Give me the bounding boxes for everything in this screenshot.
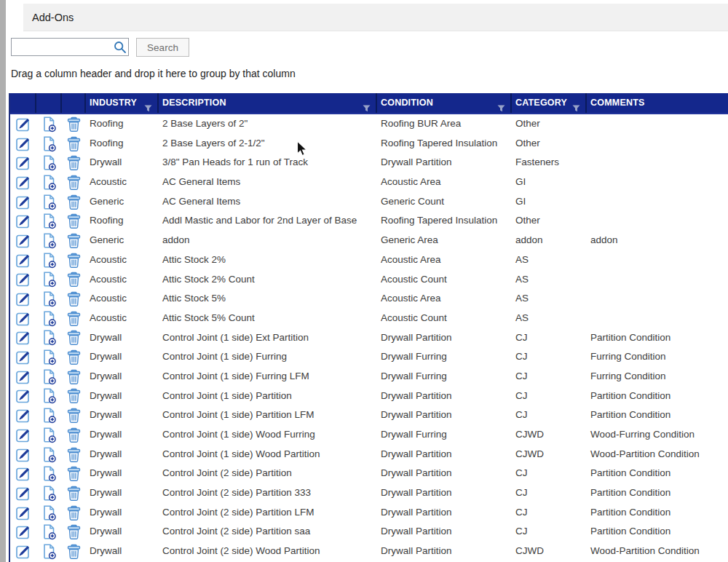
edit-icon[interactable]	[15, 135, 32, 152]
column-header-category[interactable]: CATEGORY	[512, 93, 587, 113]
edit-icon[interactable]	[15, 407, 32, 424]
trash-icon[interactable]	[66, 504, 82, 521]
edit-icon[interactable]	[15, 154, 32, 171]
edit-icon[interactable]	[15, 465, 32, 482]
trash-icon[interactable]	[66, 543, 82, 560]
copy-add-icon[interactable]	[41, 290, 57, 307]
column-header-description[interactable]: DESCRIPTION	[159, 93, 377, 113]
edit-icon[interactable]	[15, 446, 32, 463]
copy-add-icon[interactable]	[41, 446, 57, 463]
table-row[interactable]: DrywallControl Joint (1 side) Partition …	[10, 405, 728, 425]
trash-icon[interactable]	[66, 446, 82, 463]
column-header-industry[interactable]: INDUSTRY	[86, 93, 159, 113]
table-row[interactable]: DrywallControl Joint (1 side) Wood Parti…	[10, 445, 728, 464]
filter-funnel-icon[interactable]	[363, 100, 371, 119]
edit-icon[interactable]	[15, 116, 32, 132]
column-header-comments[interactable]: COMMENTS	[587, 93, 728, 113]
edit-icon[interactable]	[15, 252, 32, 269]
table-row[interactable]: GenericaddonGeneric Areaaddonaddon	[10, 231, 728, 250]
filter-funnel-icon[interactable]	[144, 100, 152, 119]
edit-icon[interactable]	[15, 232, 32, 249]
copy-add-icon[interactable]	[41, 504, 57, 521]
copy-add-icon[interactable]	[41, 329, 57, 346]
trash-icon[interactable]	[66, 427, 82, 443]
group-by-drop-zone[interactable]: Drag a column header and drop it here to…	[11, 68, 296, 79]
copy-add-icon[interactable]	[41, 427, 57, 443]
trash-icon[interactable]	[66, 135, 82, 152]
column-header-condition[interactable]: CONDITION	[377, 93, 512, 113]
trash-icon[interactable]	[66, 465, 82, 482]
edit-icon[interactable]	[15, 427, 32, 443]
copy-add-icon[interactable]	[41, 232, 57, 249]
trash-icon[interactable]	[66, 290, 82, 307]
trash-icon[interactable]	[66, 252, 82, 269]
trash-icon[interactable]	[66, 174, 82, 191]
trash-icon[interactable]	[66, 523, 82, 540]
search-input[interactable]	[11, 38, 129, 56]
table-row[interactable]: RoofingAddl Mastic and Labor for 2nd Lay…	[10, 211, 728, 231]
table-row[interactable]: Drywall3/8" Pan Heads for 1 run of Track…	[10, 153, 728, 173]
trash-icon[interactable]	[66, 329, 82, 346]
edit-icon[interactable]	[15, 194, 32, 210]
table-row[interactable]: AcousticAttic Stock 5%Acoustic AreaAS	[10, 289, 728, 309]
edit-icon[interactable]	[15, 523, 32, 540]
edit-icon[interactable]	[15, 504, 32, 521]
trash-icon[interactable]	[66, 116, 82, 132]
trash-icon[interactable]	[66, 407, 82, 424]
trash-icon[interactable]	[66, 271, 82, 288]
edit-icon[interactable]	[15, 543, 32, 560]
copy-add-icon[interactable]	[41, 543, 57, 560]
copy-add-icon[interactable]	[41, 387, 57, 404]
copy-add-icon[interactable]	[41, 194, 57, 210]
table-row[interactable]: DrywallControl Joint (1 side) Ext Partit…	[10, 328, 728, 348]
trash-icon[interactable]	[66, 387, 82, 404]
edit-icon[interactable]	[15, 310, 32, 327]
copy-add-icon[interactable]	[41, 135, 57, 152]
table-row[interactable]: GenericAC General ItemsGeneric CountGI	[10, 192, 728, 212]
copy-add-icon[interactable]	[41, 116, 57, 132]
edit-icon[interactable]	[15, 387, 32, 404]
table-row[interactable]: AcousticAC General ItemsAcoustic AreaGI	[10, 173, 728, 192]
edit-icon[interactable]	[15, 213, 32, 229]
edit-icon[interactable]	[15, 174, 32, 191]
table-row[interactable]: DrywallControl Joint (1 side) FurringDry…	[10, 347, 728, 367]
trash-icon[interactable]	[66, 154, 82, 171]
edit-icon[interactable]	[15, 290, 32, 307]
edit-icon[interactable]	[15, 329, 32, 346]
table-row[interactable]: DrywallControl Joint (1 side) Furring LF…	[10, 367, 728, 387]
edit-icon[interactable]	[15, 368, 32, 385]
copy-add-icon[interactable]	[41, 213, 57, 229]
copy-add-icon[interactable]	[41, 252, 57, 269]
edit-icon[interactable]	[15, 485, 32, 502]
table-row[interactable]: AcousticAttic Stock 2% CountAcoustic Cou…	[10, 270, 728, 290]
trash-icon[interactable]	[66, 310, 82, 327]
copy-add-icon[interactable]	[41, 407, 57, 424]
table-row[interactable]: DrywallControl Joint (1 side) Wood Furri…	[10, 425, 728, 445]
copy-add-icon[interactable]	[41, 523, 57, 540]
trash-icon[interactable]	[66, 232, 82, 249]
copy-add-icon[interactable]	[41, 368, 57, 385]
filter-funnel-icon[interactable]	[497, 100, 505, 119]
trash-icon[interactable]	[66, 485, 82, 502]
table-row[interactable]: DrywallControl Joint (2 side) Partition …	[10, 483, 728, 503]
copy-add-icon[interactable]	[41, 174, 57, 191]
search-button[interactable]: Search	[136, 38, 189, 57]
table-row[interactable]: AcousticAttic Stock 2%Acoustic AreaAS	[10, 250, 728, 270]
copy-add-icon[interactable]	[41, 485, 57, 502]
trash-icon[interactable]	[66, 368, 82, 385]
copy-add-icon[interactable]	[41, 271, 57, 288]
table-row[interactable]: DrywallControl Joint (1 side) PartitionD…	[10, 387, 728, 406]
trash-icon[interactable]	[66, 349, 82, 365]
copy-add-icon[interactable]	[41, 349, 57, 365]
filter-funnel-icon[interactable]	[572, 100, 580, 119]
edit-icon[interactable]	[15, 271, 32, 288]
table-row[interactable]: Roofing2 Base Layers of 2-1/2"Roofing Ta…	[10, 134, 728, 154]
copy-add-icon[interactable]	[41, 154, 57, 171]
table-row[interactable]: DrywallControl Joint (2 side) Partition …	[10, 503, 728, 523]
table-row[interactable]: DrywallControl Joint (2 side) Partition …	[10, 522, 728, 542]
table-row[interactable]: AcousticAttic Stock 5% CountAcoustic Cou…	[10, 309, 728, 328]
copy-add-icon[interactable]	[41, 310, 57, 327]
trash-icon[interactable]	[66, 213, 82, 229]
trash-icon[interactable]	[66, 194, 82, 210]
copy-add-icon[interactable]	[41, 465, 57, 482]
